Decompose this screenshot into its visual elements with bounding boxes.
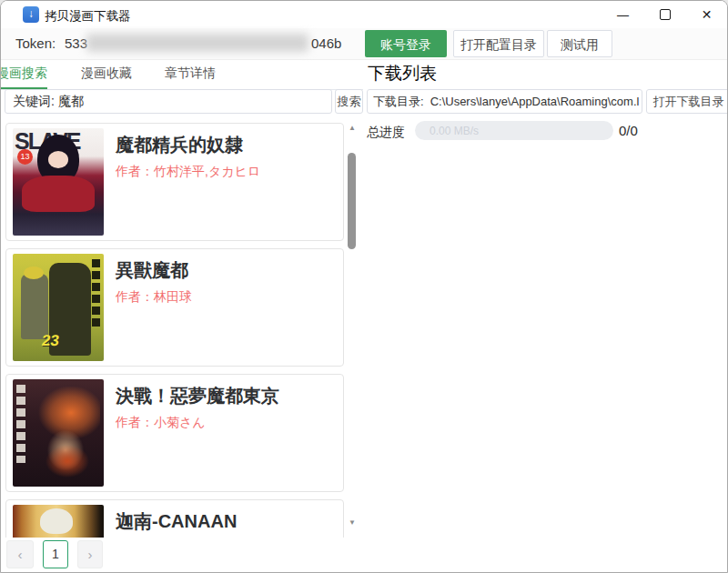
manga-title: 迦南-CANAAN bbox=[116, 509, 237, 534]
manga-author: 作者：林田球 bbox=[116, 289, 192, 306]
search-result-list: SLAVE 13 魔都精兵的奴隸 作者：竹村洋平,タカヒロ 23 異獸魔都 作者 bbox=[1, 121, 345, 538]
prev-page-button[interactable]: ‹ bbox=[6, 540, 34, 568]
scroll-up-icon[interactable]: ▲ bbox=[345, 124, 359, 132]
account-login-button[interactable]: 账号登录 bbox=[365, 30, 447, 57]
cover-image-4 bbox=[13, 505, 104, 538]
redacted-blur bbox=[618, 29, 728, 58]
close-button[interactable]: ✕ bbox=[686, 1, 727, 28]
progress-count: 0/0 bbox=[619, 123, 638, 138]
cover-image-3 bbox=[13, 379, 104, 487]
search-button[interactable]: 搜索 bbox=[335, 89, 363, 114]
tab-bar: 漫画搜索 漫画收藏 章节详情 bbox=[1, 59, 363, 90]
download-dir-label: 下载目录: bbox=[373, 94, 424, 110]
open-download-dir-button[interactable]: 打开下载目录 bbox=[646, 89, 728, 114]
cover1-badge: 13 bbox=[17, 149, 33, 165]
download-dir-input[interactable]: 下载目录: C:\Users\lanye\AppData\Roaming\com… bbox=[367, 89, 642, 114]
token-value-suffix: 046b bbox=[311, 35, 341, 51]
keyword-value: 魔都 bbox=[58, 94, 84, 110]
manga-author: 作者：竹村洋平,タカヒロ bbox=[116, 164, 260, 180]
minimize-icon: — bbox=[617, 8, 629, 22]
progress-bar: 0.00 MB/s bbox=[415, 121, 613, 140]
scrollbar-thumb[interactable] bbox=[348, 153, 356, 249]
tab-chapter-details[interactable]: 章节详情 bbox=[165, 59, 216, 87]
maximize-button[interactable] bbox=[644, 1, 685, 28]
token-value-prefix: 533 bbox=[65, 35, 87, 51]
token-value-redacted bbox=[86, 34, 308, 52]
scroll-down-icon[interactable]: ▼ bbox=[345, 518, 359, 527]
minimize-button[interactable]: — bbox=[602, 1, 643, 28]
download-speed: 0.00 MB/s bbox=[430, 125, 479, 137]
result-card-3[interactable]: 決戰！惡夢魔都東京 作者：小菊さん bbox=[5, 374, 344, 492]
token-bar: Token: 533 046b 账号登录 打开配置目录 测试用 bbox=[1, 28, 727, 60]
token-label: Token: bbox=[15, 35, 56, 51]
close-icon: ✕ bbox=[702, 7, 713, 22]
next-page-button[interactable]: › bbox=[77, 540, 103, 568]
titlebar: ↓ 拷贝漫画下载器 — ✕ bbox=[1, 1, 727, 28]
cover2-number: 23 bbox=[41, 332, 61, 350]
result-card-4[interactable]: 迦南-CANAAN bbox=[5, 499, 344, 538]
manga-title: 魔都精兵的奴隸 bbox=[116, 133, 243, 157]
app-window: ↓ 拷贝漫画下载器 — ✕ Token: 533 046b 账号登录 打开配置目… bbox=[0, 0, 728, 573]
result-card-1[interactable]: SLAVE 13 魔都精兵的奴隸 作者：竹村洋平,タカヒロ bbox=[5, 123, 344, 241]
result-card-2[interactable]: 23 異獸魔都 作者：林田球 bbox=[5, 248, 344, 367]
keyword-label: 关键词: bbox=[13, 94, 55, 110]
download-dir-path: C:\Users\lanye\AppData\Roaming\com.l bbox=[430, 95, 640, 108]
total-progress-label: 总进度 bbox=[367, 125, 405, 141]
cover-image-2: 23 bbox=[13, 254, 104, 361]
download-list-header: 下载列表 bbox=[368, 62, 437, 85]
manga-title: 決戰！惡夢魔都東京 bbox=[116, 384, 279, 408]
window-title: 拷贝漫画下载器 bbox=[45, 8, 131, 25]
tab-manga-search[interactable]: 漫画搜索 bbox=[0, 59, 47, 89]
list-scrollbar: ▲ ▼ bbox=[345, 121, 359, 538]
app-icon: ↓ bbox=[23, 6, 39, 23]
redacted-button[interactable] bbox=[618, 29, 728, 58]
manga-title: 異獸魔都 bbox=[116, 258, 188, 283]
maximize-icon bbox=[660, 9, 671, 20]
tab-manga-favorites[interactable]: 漫画收藏 bbox=[81, 59, 132, 87]
test-button[interactable]: 测试用 bbox=[547, 30, 612, 57]
current-page-button[interactable]: 1 bbox=[43, 540, 68, 568]
cover-image-1: SLAVE 13 bbox=[13, 128, 104, 236]
keyword-input[interactable]: 关键词: 魔都 bbox=[5, 89, 332, 114]
manga-author: 作者：小菊さん bbox=[116, 415, 206, 431]
open-config-dir-button[interactable]: 打开配置目录 bbox=[453, 30, 544, 57]
